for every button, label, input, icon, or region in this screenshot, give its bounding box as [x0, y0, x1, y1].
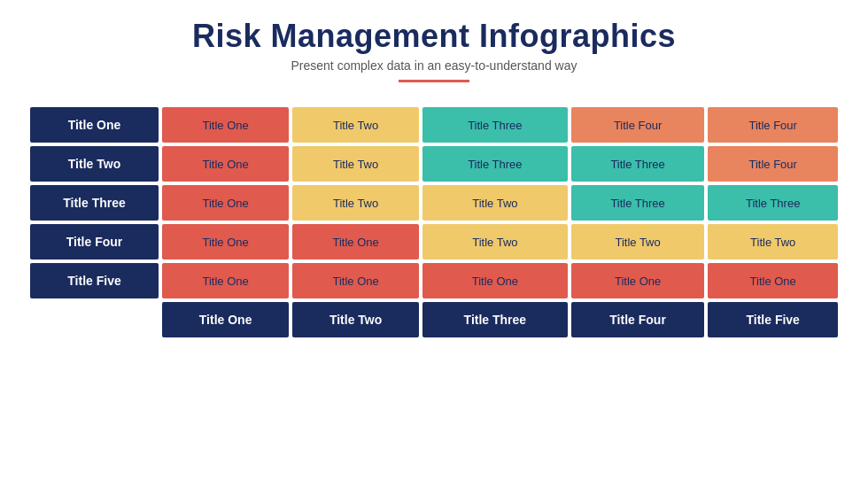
cell-r5-c2: Title One	[292, 263, 419, 298]
cell-r3-c2: Title Two	[292, 185, 419, 221]
col-header-2: Title Two	[292, 302, 419, 337]
col-header-empty	[30, 302, 159, 337]
row-header-3: Title Three	[30, 185, 159, 221]
cell-r2-c1: Title One	[162, 146, 289, 182]
cell-r2-c4: Title Three	[571, 146, 705, 182]
cell-r4-c2: Title One	[292, 224, 419, 259]
cell-r2-c3: Title Three	[422, 146, 568, 182]
row-header-4: Title Four	[30, 224, 159, 259]
cell-r4-c4: Title Two	[571, 224, 705, 259]
cell-r3-c3: Title Two	[422, 185, 568, 221]
cell-r1-c2: Title Two	[292, 107, 419, 143]
table-wrapper: Title OneTitle OneTitle TwoTitle ThreeTi…	[27, 104, 841, 341]
main-title: Risk Management Infographics	[192, 18, 676, 55]
row-header-2: Title Two	[30, 146, 159, 182]
cell-r2-c2: Title Two	[292, 146, 419, 182]
cell-r4-c3: Title Two	[422, 224, 568, 259]
cell-r4-c1: Title One	[162, 224, 289, 259]
cell-r2-c5: Title Four	[708, 146, 838, 182]
col-header-1: Title One	[162, 302, 289, 337]
cell-r1-c3: Title Three	[422, 107, 568, 143]
cell-r5-c5: Title One	[708, 263, 838, 298]
divider	[399, 80, 469, 82]
page: Risk Management Infographics Present com…	[0, 0, 868, 488]
row-header-1: Title One	[30, 107, 159, 143]
cell-r4-c5: Title Two	[708, 224, 838, 259]
subtitle: Present complex data in an easy-to-under…	[192, 58, 676, 73]
cell-r3-c1: Title One	[162, 185, 289, 221]
col-header-4: Title Four	[571, 302, 705, 337]
cell-r3-c4: Title Three	[571, 185, 705, 221]
col-header-5: Title Five	[708, 302, 838, 337]
cell-r5-c4: Title One	[571, 263, 705, 298]
cell-r3-c5: Title Three	[708, 185, 838, 221]
cell-r5-c3: Title One	[422, 263, 568, 298]
cell-r1-c5: Title Four	[708, 107, 838, 143]
risk-table: Title OneTitle OneTitle TwoTitle ThreeTi…	[27, 104, 841, 341]
cell-r5-c1: Title One	[162, 263, 289, 298]
row-header-5: Title Five	[30, 263, 159, 298]
cell-r1-c4: Title Four	[571, 107, 705, 143]
cell-r1-c1: Title One	[162, 107, 289, 143]
col-header-3: Title Three	[422, 302, 568, 337]
header: Risk Management Infographics Present com…	[192, 18, 676, 97]
